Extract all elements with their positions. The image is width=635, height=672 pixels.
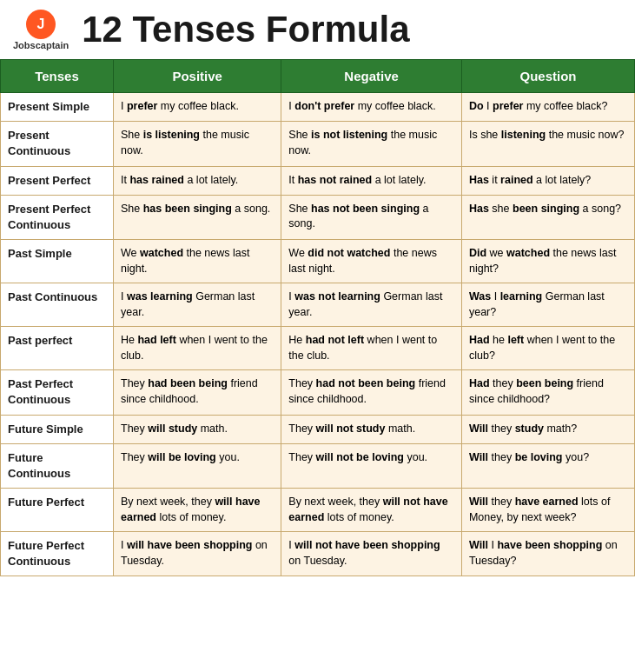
- tense-name: Past Continuous: [1, 283, 114, 327]
- cell-negative: He had not left when I went to the club.: [281, 327, 462, 370]
- cell-negative: By next week, they will not have earned …: [281, 489, 462, 532]
- cell-question: Had he left when I went to the club?: [461, 327, 634, 370]
- table-row: Present Perfect ContinuousShe has been s…: [1, 195, 635, 239]
- table-row: Past perfectHe had left when I went to t…: [1, 327, 635, 370]
- table-row: Future Perfect ContinuousI will have bee…: [1, 532, 635, 576]
- table-header-row: Tenses Positive Negative Question: [1, 60, 635, 93]
- cell-positive: She is listening the music now.: [114, 122, 281, 166]
- tense-name: Future Simple: [1, 415, 114, 443]
- logo-area: J Jobscaptain: [13, 9, 69, 50]
- col-header-tenses: Tenses: [1, 60, 114, 93]
- cell-positive: She has been singing a song.: [114, 195, 281, 239]
- table-row: Past SimpleWe watched the news last nigh…: [1, 240, 635, 283]
- cell-positive: They had been being friend since childho…: [114, 370, 281, 415]
- logo-icon: J: [25, 9, 56, 40]
- cell-positive: I prefer my coffee black.: [114, 93, 281, 122]
- tense-name: Present Perfect Continuous: [1, 195, 114, 239]
- cell-positive: I was learning German last year.: [114, 283, 281, 327]
- tense-name: Past Simple: [1, 240, 114, 283]
- cell-positive: They will study math.: [114, 415, 281, 443]
- cell-positive: By next week, they will have earned lots…: [114, 489, 281, 532]
- cell-question: Did we watched the news last night?: [461, 240, 634, 283]
- cell-question: Had they been being friend since childho…: [461, 370, 634, 415]
- tense-name: Present Continuous: [1, 122, 114, 166]
- cell-negative: She has not been singing a song.: [281, 195, 462, 239]
- svg-text:J: J: [37, 17, 45, 31]
- cell-negative: They will not study math.: [281, 415, 462, 443]
- cell-negative: It has not rained a lot lately.: [281, 166, 462, 195]
- cell-question: Do I prefer my coffee black?: [461, 93, 634, 122]
- tense-name: Future Perfect: [1, 489, 114, 532]
- cell-negative: She is not listening the music now.: [281, 122, 462, 166]
- tense-name: Future Perfect Continuous: [1, 532, 114, 576]
- cell-negative: I was not learning German last year.: [281, 283, 462, 327]
- cell-question: Was I learning German last year?: [461, 283, 634, 327]
- header: J Jobscaptain 12 Tenses Formula: [0, 0, 635, 59]
- cell-negative: We did not watched the news last night.: [281, 240, 462, 283]
- table-row: Future ContinuousThey will be loving you…: [1, 443, 635, 488]
- cell-positive: He had left when I went to the club.: [114, 327, 281, 370]
- cell-negative: They will not be loving you.: [281, 443, 462, 488]
- tenses-table: Tenses Positive Negative Question Presen…: [0, 59, 635, 576]
- page-title: 12 Tenses Formula: [82, 9, 409, 50]
- cell-positive: They will be loving you.: [114, 443, 281, 488]
- col-header-positive: Positive: [114, 60, 281, 93]
- cell-question: Is she listening the music now?: [461, 122, 634, 166]
- cell-question: Will they have earned lots of Money, by …: [461, 489, 634, 532]
- tense-name: Past perfect: [1, 327, 114, 370]
- cell-question: Has it rained a lot lately?: [461, 166, 634, 195]
- logo-text: Jobscaptain: [13, 40, 69, 50]
- table-row: Present ContinuousShe is listening the m…: [1, 122, 635, 166]
- cell-question: Will they be loving you?: [461, 443, 634, 488]
- table-row: Past ContinuousI was learning German las…: [1, 283, 635, 327]
- table-row: Future SimpleThey will study math.They w…: [1, 415, 635, 443]
- tense-name: Present Perfect: [1, 166, 114, 195]
- col-header-negative: Negative: [281, 60, 462, 93]
- table-row: Present PerfectIt has rained a lot latel…: [1, 166, 635, 195]
- cell-negative: I don't prefer my coffee black.: [281, 93, 462, 122]
- cell-question: Has she been singing a song?: [461, 195, 634, 239]
- cell-negative: They had not been being friend since chi…: [281, 370, 462, 415]
- tense-name: Past Perfect Continuous: [1, 370, 114, 415]
- cell-negative: I will not have been shopping on Tuesday…: [281, 532, 462, 576]
- tense-name: Present Simple: [1, 93, 114, 122]
- table-row: Present SimpleI prefer my coffee black.I…: [1, 93, 635, 122]
- col-header-question: Question: [461, 60, 634, 93]
- cell-positive: We watched the news last night.: [114, 240, 281, 283]
- table-row: Past Perfect ContinuousThey had been bei…: [1, 370, 635, 415]
- cell-question: Will they study math?: [461, 415, 634, 443]
- table-row: Future PerfectBy next week, they will ha…: [1, 489, 635, 532]
- cell-positive: It has rained a lot lately.: [114, 166, 281, 195]
- tense-name: Future Continuous: [1, 443, 114, 488]
- cell-positive: I will have been shopping on Tuesday.: [114, 532, 281, 576]
- cell-question: Will I have been shopping on Tuesday?: [461, 532, 634, 576]
